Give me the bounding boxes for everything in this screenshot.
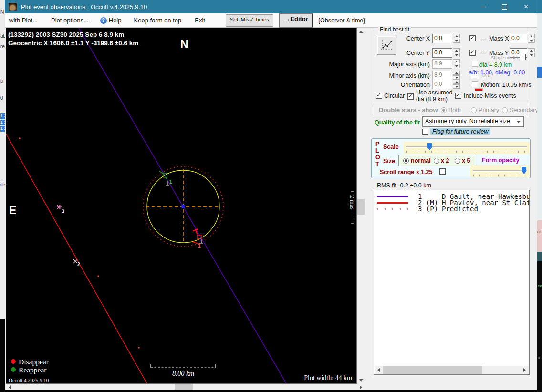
mas-label: 2 mas bbox=[349, 195, 356, 210]
center-y-input[interactable]: 0.0 bbox=[432, 48, 452, 58]
scroll-left-icon[interactable] bbox=[377, 368, 380, 372]
clipped-list-row: 1 2 bbox=[0, 113, 5, 119]
list-hscroll-thumb[interactable] bbox=[383, 366, 482, 374]
scale-slider-thumb[interactable] bbox=[427, 143, 432, 150]
background-segment bbox=[537, 252, 542, 261]
clipped-text: ab bbox=[0, 33, 5, 39]
list-row-3[interactable]: 3 (P) Predicted bbox=[374, 206, 529, 212]
set-miss-times-button[interactable]: Set 'Miss' Times bbox=[226, 14, 273, 27]
minor-axis-label: Minor axis (km) bbox=[379, 72, 430, 79]
size-normal-label: normal bbox=[411, 157, 431, 164]
hscroll-thumb[interactable] bbox=[175, 384, 193, 390]
predicted-marker-station3: 3 bbox=[57, 205, 64, 214]
include-miss-checkbox[interactable] bbox=[455, 93, 461, 99]
menu-keep-on-top[interactable]: Keep form on top bbox=[130, 17, 186, 24]
asteroid-icon bbox=[9, 3, 17, 11]
chevron-up-icon[interactable] bbox=[453, 34, 460, 38]
form-opacity-slider[interactable] bbox=[470, 165, 529, 178]
background-segment: ea n bbox=[537, 261, 542, 392]
plot-letter-p: P bbox=[375, 141, 379, 147]
plot-letter-l: L bbox=[375, 147, 379, 154]
editor-button[interactable]: →Editor bbox=[280, 14, 313, 27]
plot-vertical-scrollbar[interactable] bbox=[357, 28, 365, 384]
size-normal-radio[interactable] bbox=[403, 158, 409, 164]
double-secondary-radio bbox=[502, 107, 508, 113]
scroll-up-icon[interactable] bbox=[359, 31, 363, 33]
orientation-input: 0.0 bbox=[432, 80, 452, 89]
center-x-checkbox[interactable] bbox=[469, 35, 476, 41]
scale-slider-track[interactable] bbox=[406, 146, 527, 147]
predicted-chord-dots bbox=[19, 137, 140, 349]
legend-reappear: Reappear bbox=[19, 366, 47, 374]
menu-with-plot[interactable]: with Plot... bbox=[5, 17, 42, 24]
include-miss-label: Include Miss events bbox=[464, 93, 516, 99]
plot-letter-t: T bbox=[375, 161, 379, 167]
list-horizontal-scrollbar[interactable] bbox=[375, 366, 529, 374]
chevron-up-icon bbox=[453, 80, 460, 84]
major-axis-label: Major axis (km) bbox=[379, 61, 430, 68]
chevron-up-icon[interactable] bbox=[528, 34, 535, 38]
menu-help[interactable]: ? Help bbox=[96, 17, 126, 24]
scroll-range-label: Scroll range x 1.25 bbox=[380, 169, 432, 175]
clipped-text: re bbox=[0, 44, 5, 49]
use-assumed-checkbox[interactable] bbox=[407, 93, 414, 100]
background-window-right: OE ea n bbox=[537, 0, 542, 392]
purple-line-sample-icon bbox=[377, 196, 408, 197]
shape-model-checkbox[interactable] bbox=[520, 54, 526, 60]
station-legend-list[interactable]: 1 D Gault, near Hawkesbur 2 (M) H Pavlov… bbox=[374, 190, 530, 375]
chevron-down-icon[interactable] bbox=[453, 39, 460, 43]
major-axis-input: 8.9 bbox=[432, 59, 452, 69]
minimize-button[interactable] bbox=[472, 0, 494, 13]
circular-checkbox[interactable] bbox=[376, 93, 382, 99]
legend-disappear: Disappear bbox=[19, 358, 49, 366]
miss-marker-station2: 2 bbox=[73, 259, 80, 267]
chevron-down-icon[interactable] bbox=[453, 53, 460, 57]
size-x5-radio[interactable] bbox=[455, 158, 460, 164]
clipped-text: ti bbox=[0, 78, 3, 83]
size-radio-group: normal x 2 x 5 bbox=[398, 155, 475, 166]
chevron-down-icon[interactable] bbox=[528, 53, 535, 57]
size-x2-radio[interactable] bbox=[434, 158, 439, 164]
chevron-down-icon[interactable] bbox=[528, 39, 535, 43]
menubar: with Plot... Plot options... ? Help Keep… bbox=[5, 13, 537, 28]
maximize-button[interactable] bbox=[494, 0, 515, 13]
double-primary-label: Primary bbox=[479, 107, 499, 113]
circular-label: Circular bbox=[384, 93, 405, 99]
quality-combobox[interactable]: Astrometry only. No reliable size bbox=[422, 116, 524, 127]
dia-label: dia = 8.9 km bbox=[460, 62, 532, 68]
menu-exit[interactable]: Exit bbox=[190, 17, 209, 24]
double-primary-radio bbox=[471, 107, 477, 113]
scale-slider[interactable] bbox=[404, 142, 529, 154]
station1-red-label: 1 bbox=[198, 243, 201, 248]
scroll-left-icon[interactable] bbox=[9, 385, 11, 389]
form-opacity-track[interactable] bbox=[473, 170, 527, 171]
mass-x-label: Mass X bbox=[489, 35, 509, 42]
best-fit-chart-icon bbox=[380, 39, 393, 52]
close-icon: ✕ bbox=[523, 3, 528, 10]
plot-canvas[interactable]: 1 1 2 bbox=[6, 28, 357, 384]
close-button[interactable]: ✕ bbox=[515, 0, 537, 13]
menu-plot-options[interactable]: Plot options... bbox=[47, 17, 93, 24]
plot-horizontal-scrollbar[interactable] bbox=[6, 384, 365, 390]
center-y-checkbox[interactable] bbox=[469, 50, 476, 56]
scroll-range-checkbox[interactable] bbox=[439, 168, 446, 175]
scroll-down-icon[interactable] bbox=[359, 379, 363, 382]
scroll-right-icon[interactable] bbox=[523, 368, 526, 372]
mass-x-stepper: 0.0 bbox=[510, 34, 535, 43]
clipped-list-row: 1 2 bbox=[0, 126, 5, 132]
dotted-line-sample-icon bbox=[377, 208, 408, 210]
vscroll-thumb[interactable] bbox=[357, 199, 365, 215]
plot-letter-o: O bbox=[375, 154, 380, 161]
mass-x-input[interactable]: 0.0 bbox=[510, 34, 527, 43]
find-best-fit-button[interactable] bbox=[377, 36, 396, 55]
form-opacity-thumb[interactable] bbox=[522, 167, 526, 174]
station3-label: 3 bbox=[62, 209, 64, 214]
chevron-up-icon[interactable] bbox=[528, 48, 535, 52]
center-x-input[interactable]: 0.0 bbox=[432, 34, 452, 43]
chevron-up-icon[interactable] bbox=[453, 48, 460, 52]
flag-review-checkbox[interactable] bbox=[422, 129, 428, 135]
size-label: Size bbox=[383, 158, 395, 165]
background-segment: OE bbox=[537, 220, 542, 252]
scroll-right-icon[interactable] bbox=[360, 385, 362, 389]
plot-controls-panel: P L O T Scale Size normal x 2 x 5 bbox=[371, 138, 531, 178]
